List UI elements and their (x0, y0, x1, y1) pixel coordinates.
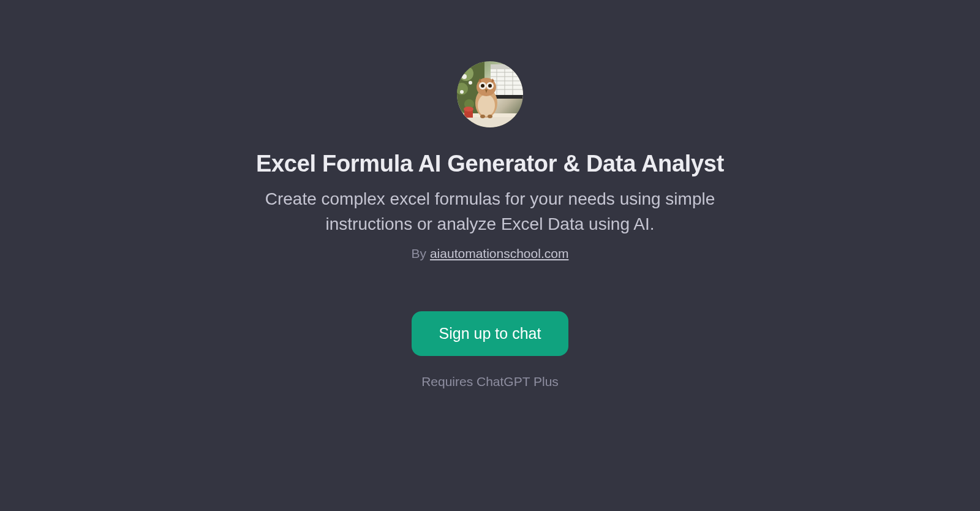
gpt-description: Create complex excel formulas for your n… (245, 187, 735, 237)
requirement-text: Requires ChatGPT Plus (421, 374, 559, 389)
svg-point-27 (481, 84, 484, 88)
gpt-author: By aiautomationschool.com (412, 246, 569, 261)
svg-point-2 (459, 66, 473, 81)
signup-button[interactable]: Sign up to chat (412, 311, 569, 356)
svg-rect-21 (472, 113, 515, 117)
svg-point-30 (488, 115, 492, 118)
svg-point-23 (478, 94, 495, 116)
svg-point-29 (480, 115, 485, 118)
gpt-title: Excel Formula AI Generator & Data Analys… (256, 151, 724, 177)
svg-point-28 (488, 84, 492, 88)
svg-point-32 (464, 107, 473, 112)
gpt-avatar (457, 61, 523, 127)
svg-point-8 (460, 90, 464, 94)
author-link[interactable]: aiautomationschool.com (430, 246, 568, 260)
svg-rect-10 (491, 64, 523, 69)
owl-spreadsheet-icon (457, 61, 523, 127)
svg-point-6 (462, 74, 467, 79)
author-prefix: By (412, 246, 430, 260)
svg-point-7 (469, 81, 472, 85)
